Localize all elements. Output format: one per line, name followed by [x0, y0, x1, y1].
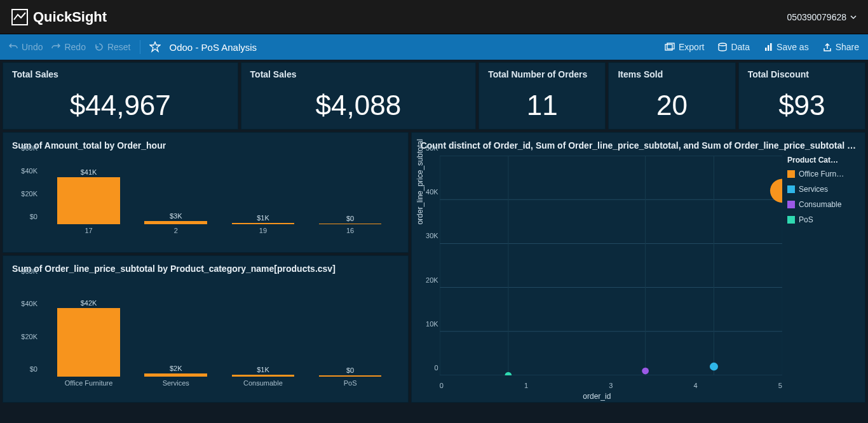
save-as-label: Save as [776, 42, 809, 52]
undo-label: Undo [22, 42, 43, 52]
dashboard: Total Sales $44,967Total Sales $4,088Tot… [0, 60, 868, 405]
export-icon [665, 43, 675, 51]
brand[interactable]: QuickSight [11, 9, 107, 25]
share-label: Share [836, 42, 859, 52]
legend-item[interactable]: Consumable [787, 200, 857, 209]
svg-point-18 [770, 178, 782, 203]
svg-rect-4 [765, 48, 767, 51]
legend-item[interactable]: PoS [787, 215, 857, 224]
charts-row: Sum of Amount_total by Order_hour $0$20K… [3, 132, 865, 403]
scatter-plot-area [440, 156, 782, 375]
account-menu[interactable]: 050390079628 [787, 12, 857, 22]
star-outline-icon [149, 41, 161, 53]
data-button[interactable]: Data [718, 42, 750, 52]
bar-chart-amount-by-hour[interactable]: Sum of Amount_total by Order_hour $0$20K… [3, 132, 409, 253]
kpi-value: $93 [748, 90, 856, 121]
bar-chart: $0$20K$40K$60K$42K$2K$1K$0Office Furnitu… [12, 279, 399, 391]
kpi-value: $44,967 [12, 90, 229, 121]
top-nav: QuickSight 050390079628 [0, 0, 868, 34]
kpi-card[interactable]: Items Sold 20 [608, 62, 735, 130]
svg-point-20 [642, 368, 649, 374]
kpi-label: Total Discount [748, 69, 856, 79]
redo-button[interactable]: Redo [51, 42, 85, 52]
svg-rect-5 [768, 45, 770, 51]
chart-title: Sum of Amount_total by Order_hour [12, 140, 399, 151]
kpi-row: Total Sales $44,967Total Sales $4,088Tot… [3, 62, 865, 130]
undo-icon [9, 43, 18, 51]
save-as-icon [764, 43, 773, 51]
scatter-legend: Product Cat… Office Furn…ServicesConsuma… [787, 156, 857, 231]
export-label: Export [679, 42, 704, 52]
svg-rect-2 [667, 43, 674, 49]
kpi-value: 20 [618, 90, 726, 121]
bar-chart-subtotal-by-category[interactable]: Sum of Order_line_price_subtotal by Prod… [3, 255, 409, 403]
redo-label: Redo [64, 42, 85, 52]
kpi-value: 11 [488, 90, 596, 121]
svg-point-3 [719, 43, 726, 46]
svg-point-19 [710, 363, 718, 371]
scatter-x-axis-label: order_id [412, 392, 782, 401]
reset-button[interactable]: Reset [95, 42, 131, 52]
account-id: 050390079628 [787, 12, 846, 22]
chart-title: Count distinct of Order_id, Sum of Order… [421, 140, 856, 151]
svg-point-21 [505, 372, 512, 375]
kpi-label: Items Sold [618, 69, 726, 79]
legend-item[interactable]: Services [787, 185, 857, 194]
export-button[interactable]: Export [665, 42, 704, 52]
share-button[interactable]: Share [823, 42, 859, 52]
legend-item[interactable]: Office Furn… [787, 170, 857, 178]
analysis-title: Odoo - PoS Analysis [170, 42, 257, 53]
kpi-label: Total Sales [250, 69, 467, 79]
kpi-label: Total Sales [12, 69, 229, 79]
kpi-card[interactable]: Total Discount $93 [738, 62, 865, 130]
kpi-card[interactable]: Total Sales $44,967 [3, 62, 238, 130]
left-column: Sum of Amount_total by Order_hour $0$20K… [3, 132, 409, 403]
reset-label: Reset [107, 42, 131, 52]
kpi-card[interactable]: Total Number of Orders 11 [478, 62, 606, 130]
redo-icon [51, 43, 60, 51]
svg-rect-6 [770, 43, 772, 51]
undo-button[interactable]: Undo [9, 42, 43, 52]
kpi-value: $4,088 [250, 90, 467, 121]
kpi-card[interactable]: Total Sales $4,088 [241, 62, 477, 130]
brand-text: QuickSight [33, 9, 107, 25]
kpi-label: Total Number of Orders [488, 69, 596, 79]
share-icon [823, 43, 832, 51]
chart-title: Sum of Order_line_price_subtotal by Prod… [12, 264, 399, 274]
svg-rect-1 [665, 44, 672, 50]
quicksight-logo-icon [11, 9, 28, 25]
save-as-button[interactable]: Save as [764, 42, 809, 52]
bar-chart: $0$20K$40K$60K$41K$3K$1K$01721916 [12, 156, 399, 238]
chevron-down-icon [850, 14, 857, 20]
scatter-y-ticks: 010K20K30K40K50K [422, 156, 438, 375]
scatter-chart-panel[interactable]: Count distinct of Order_id, Sum of Order… [411, 132, 865, 403]
reset-icon [95, 43, 104, 51]
favorite-button[interactable] [149, 41, 161, 53]
legend-title: Product Cat… [787, 156, 857, 164]
toolbar-separator [140, 40, 140, 54]
data-icon [718, 43, 727, 51]
data-label: Data [731, 42, 750, 52]
toolbar: Undo Redo Reset Odoo - PoS Analysis Expo… [0, 34, 868, 60]
scatter-x-ticks: 01345 [440, 382, 782, 389]
